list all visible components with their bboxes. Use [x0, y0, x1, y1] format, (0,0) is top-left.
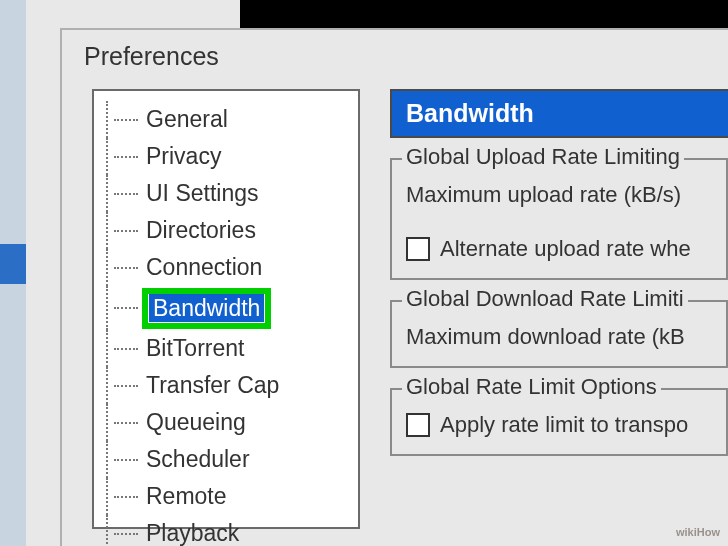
- group-legend: Global Download Rate Limiti: [402, 286, 688, 312]
- tree-label: Queueing: [142, 408, 250, 437]
- tree-item-privacy[interactable]: Privacy: [106, 138, 358, 175]
- panel-header: Bandwidth: [390, 89, 728, 138]
- tree-item-queueing[interactable]: Queueing: [106, 404, 358, 441]
- group-rate-limit-options: Global Rate Limit Options Apply rate lim…: [390, 388, 728, 456]
- tree-item-general[interactable]: General: [106, 101, 358, 138]
- settings-panel: Bandwidth Global Upload Rate Limiting Ma…: [390, 89, 728, 529]
- apply-rate-limit-label: Apply rate limit to transpo: [440, 412, 688, 438]
- max-download-rate-label: Maximum download rate (kB: [406, 324, 726, 350]
- category-tree: General Privacy UI Settings Directories …: [92, 89, 360, 529]
- content-area: General Privacy UI Settings Directories …: [92, 89, 728, 529]
- tree-label: UI Settings: [142, 179, 263, 208]
- tree-item-remote[interactable]: Remote: [106, 478, 358, 515]
- tree-label: Connection: [142, 253, 266, 282]
- tree-item-connection[interactable]: Connection: [106, 249, 358, 286]
- outer-left-highlight: [0, 244, 26, 284]
- alternate-upload-label: Alternate upload rate whe: [440, 236, 691, 262]
- max-upload-rate-label: Maximum upload rate (kB/s): [406, 182, 726, 208]
- tree-label: Playback: [142, 519, 243, 546]
- apply-rate-limit-row: Apply rate limit to transpo: [406, 412, 726, 438]
- watermark: wikiHow: [676, 526, 720, 538]
- tree-label: BitTorrent: [142, 334, 248, 363]
- tree-item-directories[interactable]: Directories: [106, 212, 358, 249]
- tree-item-transfer-cap[interactable]: Transfer Cap: [106, 367, 358, 404]
- outer-titlebar: [240, 0, 728, 28]
- alternate-upload-checkbox[interactable]: [406, 237, 430, 261]
- tree-item-playback[interactable]: Playback: [106, 515, 358, 546]
- group-legend: Global Rate Limit Options: [402, 374, 661, 400]
- tree-label: Bandwidth: [149, 294, 264, 322]
- tree-label: Privacy: [142, 142, 225, 171]
- alternate-upload-row: Alternate upload rate whe: [406, 236, 726, 262]
- tree-item-bandwidth[interactable]: Bandwidth: [106, 286, 358, 330]
- tree-label: General: [142, 105, 232, 134]
- window-title: Preferences: [62, 30, 728, 71]
- group-upload-rate: Global Upload Rate Limiting Maximum uplo…: [390, 158, 728, 280]
- tree-item-scheduler[interactable]: Scheduler: [106, 441, 358, 478]
- tree-label: Transfer Cap: [142, 371, 283, 400]
- group-legend: Global Upload Rate Limiting: [402, 144, 684, 170]
- group-download-rate: Global Download Rate Limiti Maximum down…: [390, 300, 728, 368]
- tree-item-ui-settings[interactable]: UI Settings: [106, 175, 358, 212]
- tree-label: Scheduler: [142, 445, 254, 474]
- highlight-box: Bandwidth: [142, 288, 271, 329]
- tree-label: Remote: [142, 482, 231, 511]
- preferences-window: Preferences General Privacy UI Settings …: [60, 28, 728, 546]
- tree-item-bittorrent[interactable]: BitTorrent: [106, 330, 358, 367]
- apply-rate-limit-checkbox[interactable]: [406, 413, 430, 437]
- tree-label: Directories: [142, 216, 260, 245]
